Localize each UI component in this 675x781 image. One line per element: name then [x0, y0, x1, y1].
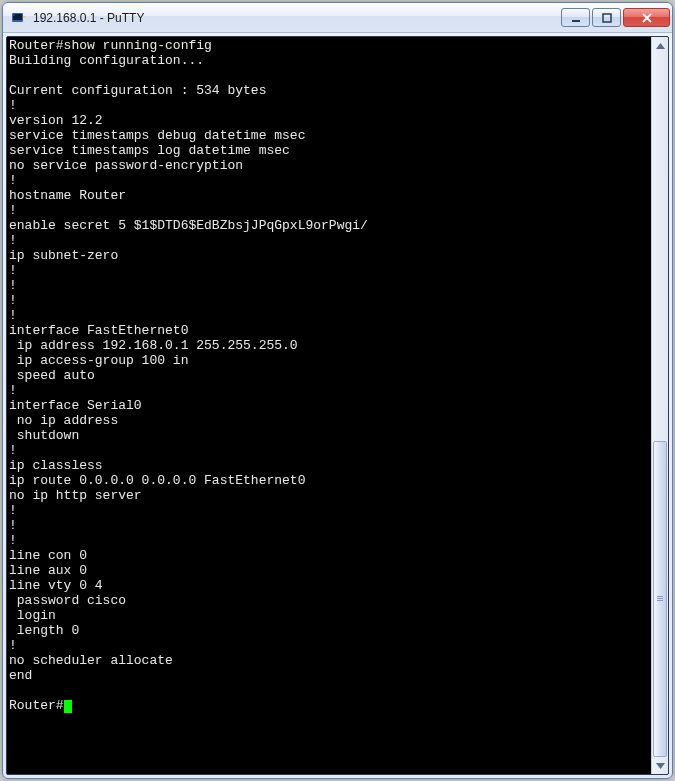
- content-area: Router#show running-config Building conf…: [6, 36, 669, 775]
- window-controls: [559, 8, 670, 27]
- terminal-cursor: [64, 700, 72, 713]
- putty-icon: [11, 10, 27, 26]
- vertical-scrollbar[interactable]: [651, 37, 668, 774]
- minimize-button[interactable]: [561, 8, 590, 27]
- svg-rect-4: [572, 20, 580, 22]
- putty-window: 192.168.0.1 - PuTTY Router#show running-…: [2, 2, 673, 779]
- terminal-output[interactable]: Router#show running-config Building conf…: [7, 37, 651, 774]
- svg-rect-2: [23, 16, 26, 18]
- scrollbar-track[interactable]: [652, 54, 668, 757]
- svg-rect-5: [603, 14, 611, 22]
- maximize-button[interactable]: [592, 8, 621, 27]
- titlebar[interactable]: 192.168.0.1 - PuTTY: [3, 3, 672, 33]
- scrollbar-grip-icon: [657, 595, 663, 603]
- scroll-down-button[interactable]: [653, 757, 668, 774]
- close-button[interactable]: [623, 8, 670, 27]
- svg-point-3: [14, 14, 15, 15]
- window-title: 192.168.0.1 - PuTTY: [33, 11, 559, 25]
- scroll-up-button[interactable]: [653, 37, 668, 54]
- scrollbar-thumb[interactable]: [653, 441, 667, 757]
